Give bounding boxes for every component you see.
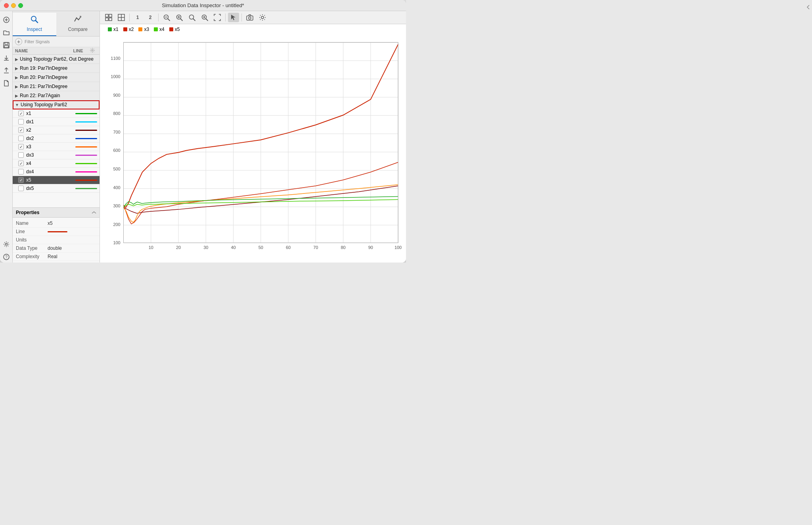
line-preview-dx5 [75,188,97,189]
svg-point-39 [261,16,264,19]
prop-value-name: x5 [48,220,96,226]
zoom-fit-button[interactable] [199,13,210,22]
signal-name-x2: x2 [26,127,75,133]
checkbox-x3[interactable] [18,144,24,149]
layout-1-button[interactable]: 1 [132,13,143,22]
svg-rect-16 [105,14,108,17]
checkbox-x4[interactable] [18,161,24,166]
signal-row-dx5[interactable]: dx5 [13,184,100,193]
document-icon[interactable] [1,78,12,89]
checkbox-dx1[interactable] [18,119,24,125]
group-label: Run 22: Par7Again [20,93,60,98]
group-arrow: ▶ [15,94,18,98]
filter-add-button[interactable]: + [15,38,22,45]
properties-header[interactable]: Properties [13,208,100,218]
signal-row-x1[interactable]: x1 [13,109,100,118]
layout-2-button[interactable]: 2 [145,13,156,22]
add-icon[interactable] [1,14,12,25]
checkbox-x5[interactable] [18,177,24,183]
chart-area[interactable]: 100 200 300 400 500 600 700 800 900 1000… [100,34,406,262]
svg-text:30: 30 [203,245,208,250]
grid-split-button[interactable] [116,13,127,22]
prop-label-line: Line [16,229,48,234]
group-row-using-topology-par62[interactable]: ▼ Using Topology Par62 [13,100,100,109]
group-row-run22[interactable]: ▶ Run 22: Par7Again [13,91,100,100]
svg-text:800: 800 [113,111,120,116]
zoom-out-button[interactable] [161,13,172,22]
checkbox-dx4[interactable] [18,169,24,174]
toolbar-sep-3 [225,13,226,21]
legend-item-x3: x3 [138,27,149,32]
fullscreen-button[interactable] [212,13,223,22]
layout-2-label: 2 [149,15,152,20]
help-icon[interactable]: ? [1,251,12,262]
save-icon[interactable] [1,40,12,51]
properties-panel: Properties Name x5 Line Units [13,207,100,262]
prop-label-units: Units [16,237,48,243]
checkbox-dx3[interactable] [18,152,24,158]
folder-icon[interactable] [1,27,12,38]
signal-row-x2[interactable]: x2 [13,126,100,134]
group-label: Run 20: Par7InDegree [20,75,67,80]
legend-item-x5: x5 [169,27,180,32]
legend-label-x4: x4 [159,27,165,32]
cursor-button[interactable] [228,13,239,22]
checkbox-x2[interactable] [18,127,24,133]
download-icon[interactable] [1,52,12,63]
legend-color-x2 [123,27,127,31]
svg-text:100: 100 [113,240,120,245]
line-preview-dx4 [75,171,97,172]
maximize-button[interactable] [18,3,23,8]
group-row-using-topology-out-degree[interactable]: ▶ Using Topology Par62, Out Degree [13,55,100,64]
signal-row-dx2[interactable]: dx2 [13,134,100,143]
signal-row-dx3[interactable]: dx3 [13,151,100,159]
line-preview-x2 [75,130,97,131]
signal-row-x3[interactable]: x3 [13,143,100,151]
svg-text:600: 600 [113,148,120,153]
settings-icon[interactable] [1,239,12,250]
svg-text:90: 90 [368,245,373,250]
signal-row-dx1[interactable]: dx1 [13,118,100,126]
properties-collapse-icon [92,211,96,214]
app-window: Simulation Data Inspector - untitled* [0,0,406,262]
sidebar-icons: ? [0,11,13,262]
signal-row-x5[interactable]: x5 [13,176,100,184]
svg-rect-5 [4,46,8,48]
legend-color-x5 [169,27,173,31]
group-row-run19[interactable]: ▶ Run 19: Par7InDegree [13,64,100,73]
svg-rect-17 [109,14,112,17]
toolbar-sep-4 [241,13,242,21]
group-label: Using Topology Par62, Out Degree [20,56,94,62]
svg-text:40: 40 [231,245,236,250]
col-line-header: LINE [66,48,90,53]
grid-4-button[interactable] [103,13,114,22]
close-button[interactable] [4,3,9,8]
tab-inspect[interactable]: Inspect [13,13,56,36]
prop-label-datatype: Data Type [16,245,48,251]
legend-label-x2: x2 [129,27,134,32]
legend-color-x1 [108,27,112,31]
minimize-button[interactable] [11,3,16,8]
upload-icon[interactable] [1,65,12,76]
signal-row-dx4[interactable]: dx4 [13,168,100,176]
checkbox-dx2[interactable] [18,136,24,141]
line-preview-x5 [75,180,97,181]
zoom-reset-button[interactable] [186,13,197,22]
svg-line-24 [168,19,170,21]
svg-text:900: 900 [113,93,120,98]
camera-button[interactable] [244,13,255,22]
group-row-run21[interactable]: ▶ Run 21: Par7InDegree [13,82,100,91]
titlebar: Simulation Data Inspector - untitled* [0,0,406,11]
prop-row-complexity: Complexity Real [13,253,100,261]
zoom-in-button[interactable] [174,13,185,22]
svg-rect-37 [247,16,253,20]
svg-text:80: 80 [341,245,346,250]
checkbox-dx5[interactable] [18,186,24,191]
settings-gear-button[interactable] [257,13,268,22]
checkbox-x1[interactable] [18,111,24,116]
tab-compare[interactable]: Compare [56,13,100,36]
signal-row-x4[interactable]: x4 [13,159,100,168]
group-row-run20[interactable]: ▶ Run 20: Par7InDegree [13,73,100,82]
filter-bar: + Filter Signals [13,36,100,47]
line-preview-dx2 [75,138,97,139]
